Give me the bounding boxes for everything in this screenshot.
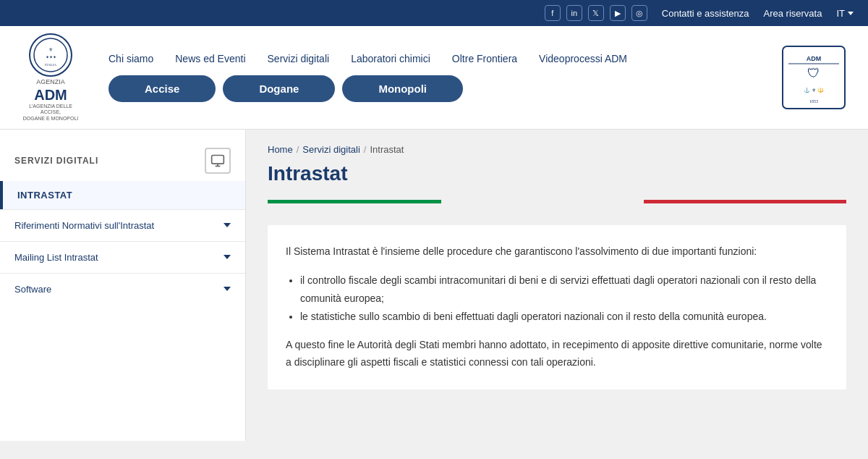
breadcrumb-servizi[interactable]: Servizi digitali [302,144,359,155]
nav-oltre[interactable]: Oltre Frontiera [452,53,517,64]
emblem-svg: ⚜ ✦✦✦ ITALIA [33,37,69,73]
svg-rect-10 [212,155,224,164]
header-left: ⚜ ✦✦✦ ITALIA AGENZIA ADM L'AGENZIA DELLE… [22,33,627,122]
bullet-list: il controllo fiscale degli scambi intrac… [300,271,828,327]
svg-text:⚜: ⚜ [48,47,53,53]
flag-white [441,200,644,203]
svg-text:1853: 1853 [809,99,818,104]
top-links: Contatti e assistenza Area riservata IT [662,8,854,19]
closing-text: A questo fine le Autorità degli Stati me… [286,337,828,371]
header-buttons: Accise Dogane Monopoli [109,75,627,102]
logo-adm: ADM [22,86,80,104]
lang-chevron-icon [848,12,854,15]
social-icons: f in 𝕏 ▶ ◎ [545,5,647,21]
sidebar-item-label: Mailing List Intrastat [14,252,98,263]
breadcrumb-sep2: / [364,144,367,155]
sidebar-section-label: SERVIZI DIGITALI [14,156,98,166]
nav-chi-siamo[interactable]: Chi siamo [109,53,153,64]
accise-button[interactable]: Accise [109,75,216,102]
nav-laboratori[interactable]: Laboratori chimici [351,53,430,64]
breadcrumb-current: Intrastat [370,144,404,155]
svg-text:ITALIA: ITALIA [45,63,57,67]
svg-text:✦✦✦: ✦✦✦ [46,55,56,59]
list-item: il controllo fiscale degli scambi intrac… [300,271,828,308]
breadcrumb-home[interactable]: Home [268,144,293,155]
nav-news[interactable]: News ed Eventi [175,53,245,64]
svg-text:🛡: 🛡 [807,66,820,80]
sidebar: SERVIZI DIGITALI INTRASTAT Riferimenti N… [0,130,246,441]
main-nav: Chi siamo News ed Eventi Servizi digital… [109,53,627,64]
monopoli-button[interactable]: Monopoli [342,75,463,102]
content-area: Home / Servizi digitali / Intrastat Intr… [246,130,868,441]
dogane-button[interactable]: Dogane [223,75,335,102]
instagram-icon[interactable]: ◎ [631,5,647,21]
top-bar: f in 𝕏 ▶ ◎ Contatti e assistenza Area ri… [0,0,868,26]
content-body: Il Sistema Intrastat è l'insieme delle p… [268,225,846,389]
sidebar-item-label: Software [14,284,51,295]
main-container: SERVIZI DIGITALI INTRASTAT Riferimenti N… [0,130,868,441]
logo-area: ⚜ ✦✦✦ ITALIA AGENZIA ADM L'AGENZIA DELLE… [22,33,80,122]
nav-servizi[interactable]: Servizi digitali [268,53,330,64]
sidebar-item-software[interactable]: Software [0,273,245,305]
nav-video[interactable]: Videoprocessi ADM [539,53,627,64]
facebook-icon[interactable]: f [545,5,561,21]
twitter-icon[interactable]: 𝕏 [588,5,604,21]
sidebar-active-section: INTRASTAT [0,181,245,209]
logo-subtitle: L'AGENZIA DELLE ACCISE,DOGANE E MONOPOLI [22,104,80,122]
area-riservata-link[interactable]: Area riservata [764,8,822,19]
logo-text: AGENZIA ADM L'AGENZIA DELLE ACCISE,DOGAN… [22,78,80,122]
flag-red [644,200,846,203]
intro-text: Il Sistema Intrastat è l'insieme delle p… [286,243,828,261]
logo-agenzia: AGENZIA [22,78,80,86]
contact-link[interactable]: Contatti e assistenza [662,8,749,19]
chevron-down-icon [224,223,231,227]
page-title: Intrastat [268,162,846,185]
youtube-icon[interactable]: ▶ [610,5,626,21]
adm-crest: ADM 🛡 ⚓ ⚜ 🔱 1853 [781,45,846,110]
sidebar-item-label: Riferimenti Normativi sull'Intrastat [14,220,154,231]
chevron-down-icon [224,287,231,291]
breadcrumb: Home / Servizi digitali / Intrastat [268,144,846,155]
lang-selector[interactable]: IT [836,8,854,19]
lang-label: IT [836,8,845,19]
flag-bar [268,200,846,203]
linkedin-icon[interactable]: in [566,5,582,21]
sidebar-item-mailing[interactable]: Mailing List Intrastat [0,241,245,273]
sidebar-item-riferimenti[interactable]: Riferimenti Normativi sull'Intrastat [0,209,245,241]
logo-emblem: ⚜ ✦✦✦ ITALIA [29,33,72,77]
chevron-down-icon [224,255,231,259]
flag-green [268,200,441,203]
breadcrumb-sep1: / [297,144,299,155]
list-item: le statistiche sullo scambio di beni eff… [300,308,828,326]
svg-text:ADM: ADM [807,55,822,62]
svg-text:⚓ ⚜ 🔱: ⚓ ⚜ 🔱 [804,87,824,93]
header: ⚜ ✦✦✦ ITALIA AGENZIA ADM L'AGENZIA DELLE… [0,26,868,130]
sidebar-header: SERVIZI DIGITALI [0,137,245,181]
monitor-icon [205,148,231,174]
